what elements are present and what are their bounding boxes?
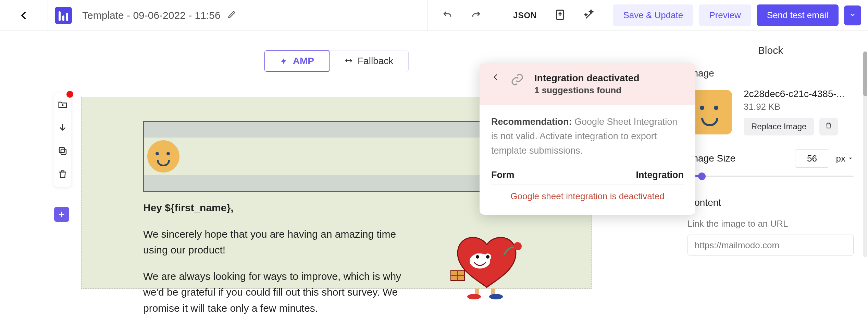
smiley-image — [147, 140, 179, 173]
undo-icon[interactable] — [442, 9, 453, 22]
svg-point-9 — [513, 242, 522, 250]
tab-amp-label: AMP — [293, 56, 314, 67]
variant-tabs: AMP Fallback — [264, 50, 409, 72]
content-heading: Content — [687, 197, 854, 208]
replace-image-button[interactable]: Replace Image — [744, 118, 814, 135]
paragraph-1: We sincerely hope that you are having an… — [143, 226, 404, 258]
magic-wand-icon[interactable] — [583, 9, 596, 22]
edit-title-icon[interactable] — [227, 10, 236, 21]
image-filesize: 31.92 KB — [744, 102, 854, 112]
section-image-heading: Image — [687, 68, 854, 79]
export-icon[interactable] — [554, 9, 566, 22]
tab-fallback[interactable]: Fallback — [330, 50, 408, 72]
block-toolbar — [54, 93, 71, 187]
preview-button[interactable]: Preview — [699, 4, 751, 26]
tab-amp[interactable]: AMP — [264, 50, 330, 72]
image-size-slider[interactable] — [687, 173, 854, 180]
send-test-email-button[interactable]: Send test email — [757, 4, 839, 26]
deactivated-message: Google sheet integration is deactivated — [491, 185, 684, 205]
col-integration-label: Integration — [636, 170, 684, 180]
panel-scrollbar-thumb[interactable] — [863, 51, 867, 96]
popover-title: Integration deactivated — [534, 73, 640, 84]
svg-point-7 — [486, 255, 489, 259]
delete-icon[interactable] — [58, 169, 68, 181]
popover-back-icon[interactable] — [491, 73, 500, 83]
popover-subtitle: 1 suggestions found — [534, 85, 640, 96]
greeting-text: Hey ${first_name}, — [143, 200, 404, 216]
tab-fallback-label: Fallback — [358, 56, 393, 67]
add-block-button[interactable] — [54, 207, 69, 222]
svg-rect-1 — [61, 149, 66, 154]
integration-warning-popover: Integration deactivated 1 suggestions fo… — [480, 63, 695, 215]
back-button[interactable] — [0, 0, 48, 31]
json-icon[interactable]: JSON — [513, 11, 537, 20]
right-panel: Block Image 2c28dec6-c21c-4385-... 31.92… — [673, 31, 868, 321]
move-down-icon[interactable] — [58, 122, 68, 134]
link-url-input[interactable] — [687, 235, 854, 256]
col-form-label: Form — [491, 170, 514, 180]
send-dropdown-button[interactable] — [844, 5, 861, 25]
svg-point-5 — [476, 255, 479, 259]
svg-point-12 — [467, 294, 481, 299]
paragraph-2: We are always looking for ways to improv… — [143, 269, 404, 317]
template-title: Template - 09-06-2022 - 11:56 — [82, 10, 221, 21]
heart-character-image — [447, 231, 526, 299]
block-heading: Block — [687, 45, 854, 56]
link-icon — [510, 73, 524, 88]
add-folder-icon[interactable] — [58, 99, 68, 111]
svg-rect-2 — [59, 147, 64, 153]
unit-dropdown[interactable]: px — [836, 153, 854, 164]
app-logo — [48, 7, 79, 24]
duplicate-icon[interactable] — [58, 146, 68, 157]
image-filename: 2c28dec6-c21c-4385-... — [744, 88, 854, 99]
notification-dot — [66, 91, 73, 98]
image-size-input[interactable] — [795, 149, 829, 168]
svg-point-13 — [489, 294, 503, 299]
redo-icon[interactable] — [470, 9, 482, 22]
email-body[interactable]: Hey ${first_name}, We sincerely hope tha… — [143, 200, 404, 321]
link-field-label: Link the image to an URL — [687, 218, 854, 229]
recommendation-text: Recommendation: Google Sheet Integration… — [491, 115, 684, 158]
delete-image-button[interactable] — [819, 118, 838, 135]
save-update-button[interactable]: Save & Update — [613, 4, 693, 26]
image-size-label: Image Size — [687, 153, 788, 164]
